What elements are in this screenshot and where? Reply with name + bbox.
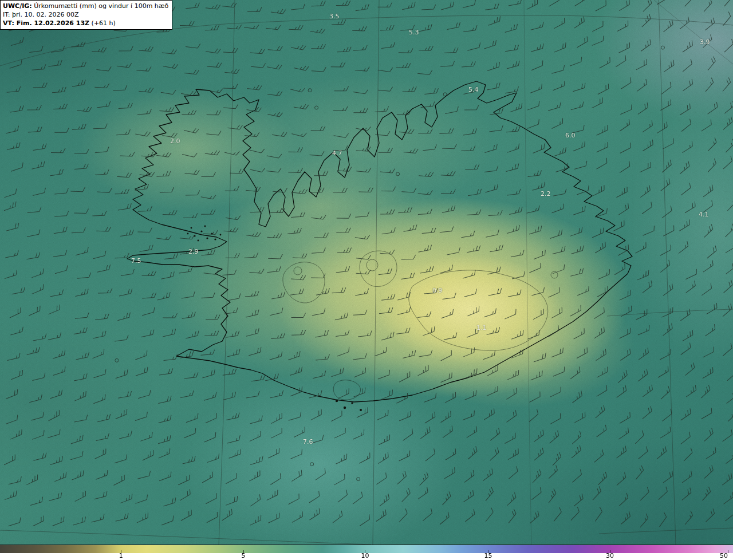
valid-time-offset: (+61 h) <box>89 19 116 27</box>
colorbar-label: 1 <box>119 553 123 559</box>
map-title: UWC/IG: Úrkomumætti (mm) og vindur í 100… <box>3 2 168 10</box>
colorbar-label: 5 <box>241 553 245 559</box>
colorbar: 1510153050 <box>0 545 733 560</box>
model-label: UWC/IG: <box>3 2 32 10</box>
colorbar-label: 30 <box>606 553 614 559</box>
map-overlay <box>0 0 733 545</box>
init-time: IT: þri. 10. 02. 2026 00Z <box>3 10 168 19</box>
weather-map: 3.55.33.95.42.06.04.72.24.12.97.50.91.17… <box>0 0 733 560</box>
valid-time: VT: Fim. 12.02.2026 13Z (+61 h) <box>3 19 168 27</box>
title-text: Úrkomumætti (mm) og vindur í 100m hæð <box>32 2 169 10</box>
valid-time-bold: VT: Fim. 12.02.2026 13Z <box>3 19 89 27</box>
colorbar-label: 10 <box>361 553 369 559</box>
colorbar-labels: 1510153050 <box>0 553 733 560</box>
colorbar-label: 50 <box>720 553 728 559</box>
colorbar-label: 15 <box>484 553 492 559</box>
forecast-info-box: UWC/IG: Úrkomumætti (mm) og vindur í 100… <box>0 0 172 30</box>
